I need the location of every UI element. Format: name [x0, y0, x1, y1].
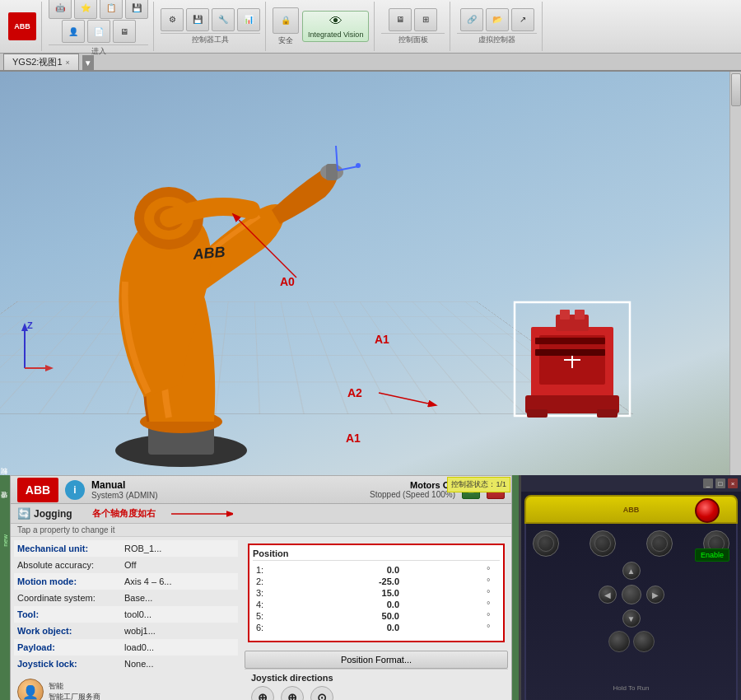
group-virt-ctrl-label: 虚拟控制器: [457, 33, 537, 45]
fp-dpad-down[interactable]: ▼: [622, 609, 641, 628]
pos-unit-4: °: [487, 600, 496, 609]
prop-val-joylock: None...: [124, 659, 153, 669]
integrated-vision-btn[interactable]: 👁 Integrated Vision: [302, 11, 369, 42]
prop-val-tool: tool0...: [124, 609, 151, 619]
backup-btn[interactable]: 💾: [125, 0, 148, 19]
config-editor-btn[interactable]: ⚙: [161, 8, 184, 31]
fp-enable-label: Enable: [695, 548, 729, 562]
svg-rect-6: [326, 164, 338, 180]
prop-row-coord[interactable]: Coordinate system: Base...: [14, 590, 238, 606]
fp-dpad-right[interactable]: ▶: [646, 586, 664, 604]
prop-val-abs: Off: [124, 560, 136, 570]
fp-yellow-top: ABB: [524, 495, 738, 524]
prop-row-tool[interactable]: Tool: tool0...: [14, 606, 238, 623]
annotation-a1-bottom-svg: A1: [342, 426, 408, 450]
joystick-icon-3[interactable]: ⊙: [310, 686, 333, 700]
save-params-btn[interactable]: 💾: [186, 8, 209, 31]
fp-dpad-up[interactable]: ▲: [622, 562, 641, 580]
add-controller-btn[interactable]: 🤖: [49, 0, 72, 19]
header-right: Motors On Stopped (Speed 100%): [370, 480, 455, 499]
user-avatar: 👤: [17, 679, 44, 700]
jogging-panel: ABB i Manual System3 (ADMIN) Motors On S…: [10, 475, 512, 700]
fp-small-btn-2[interactable]: [633, 631, 655, 652]
open-relation-btn[interactable]: 📂: [486, 8, 509, 31]
doc-mgmt-btn[interactable]: 📄: [87, 20, 110, 43]
fp-dpad-center[interactable]: [622, 585, 641, 604]
svg-marker-41: [45, 365, 54, 371]
prop-val-mech: ROB_1...: [124, 544, 161, 553]
left-strip-label-mgmt: 管理: [0, 500, 11, 506]
pos-val-6: 0.0: [358, 623, 399, 632]
fp-btn-2[interactable]: [590, 530, 616, 557]
fp-btn-1[interactable]: [533, 530, 559, 557]
position-area: Position 1: 0.0 ° 2: -25.0 ° 3: 15.0: [241, 537, 511, 700]
position-format-btn[interactable]: Position Format...: [245, 651, 508, 669]
props-and-position: Mechanical unit: ROB_1... Absolute accur…: [11, 537, 511, 700]
ctrl-panel-btn[interactable]: 🖥: [389, 8, 412, 31]
viewport-scrollbar[interactable]: [729, 72, 741, 475]
demo-btn[interactable]: 🖥: [113, 20, 136, 43]
system-label: System3 (ADMIN): [91, 491, 363, 500]
position-panel: Position 1: 0.0 ° 2: -25.0 ° 3: 15.0: [248, 544, 505, 642]
integrated-vision-icon: 👁: [329, 14, 343, 29]
fp-small-btn-1[interactable]: [608, 631, 630, 652]
red-object-svg: [510, 298, 634, 422]
prop-row-payload[interactable]: Payload: load0...: [14, 639, 238, 656]
pos-unit-2: °: [487, 576, 496, 586]
view-tab-label: YGS2:视图1: [12, 56, 63, 68]
prop-row-mech[interactable]: Mechanical unit: ROB_1...: [14, 540, 238, 557]
op-window-btn[interactable]: ⊞: [414, 8, 437, 31]
favorites-btn[interactable]: ⭐: [74, 0, 97, 19]
ctrl-status-badge: 控制器状态：1/1: [447, 477, 510, 492]
svg-text:A1: A1: [346, 432, 361, 445]
scrollbar-thumb[interactable]: [731, 73, 741, 106]
prop-val-motion: Axis 4 – 6...: [124, 576, 171, 586]
fp-minimize-btn[interactable]: _: [703, 478, 713, 488]
fp-dpad-left[interactable]: ◀: [599, 586, 617, 604]
integrated-vision-label: Integrated Vision: [308, 30, 363, 39]
bottom-panel: 控制 管理 new ABB i Manual System3 (ADMIN) M…: [0, 475, 741, 700]
svg-line-29: [239, 220, 296, 278]
pos-axis-2: 2:: [256, 576, 273, 586]
panel-header: ABB i Manual System3 (ADMIN) Motors On S…: [11, 476, 511, 504]
fp-close-btn[interactable]: ×: [728, 478, 738, 488]
pos-unit-6: °: [487, 623, 496, 632]
fp-restore-btn[interactable]: □: [715, 478, 725, 488]
pos-row-5: 5: 50.0 °: [253, 610, 500, 622]
properties-btn[interactable]: 📊: [237, 8, 260, 31]
prop-row-abs[interactable]: Absolute accuracy: Off: [14, 557, 238, 573]
pos-axis-1: 1:: [256, 565, 273, 575]
pos-row-2: 2: -25.0 °: [253, 576, 500, 587]
user-name: 智能工厂服务商: [49, 692, 100, 700]
tab-add-btn[interactable]: ▼: [82, 55, 94, 70]
jogging-label: Jogging: [34, 508, 72, 520]
transfer-btn[interactable]: ↗: [511, 8, 534, 31]
security-btn[interactable]: 🔒: [273, 7, 299, 34]
user-mgmt-btn[interactable]: 👤: [62, 20, 85, 43]
prop-key-tool: Tool:: [17, 609, 124, 619]
fp-btn-3[interactable]: [646, 530, 673, 557]
axis-indicator-svg: Z: [12, 319, 54, 376]
prop-key-motion: Motion mode:: [17, 576, 124, 586]
svg-rect-26: [597, 409, 618, 418]
events-btn[interactable]: 📋: [100, 0, 123, 19]
joystick-icon-1[interactable]: ⊕: [251, 686, 274, 700]
create-relation-btn[interactable]: 🔗: [460, 8, 483, 31]
view-tab[interactable]: YGS2:视图1 ×: [3, 54, 79, 70]
pos-val-2: -25.0: [358, 576, 399, 586]
joystick-icon-2[interactable]: ⊕: [281, 686, 304, 700]
prop-row-wobj[interactable]: Work object: wobj1...: [14, 623, 238, 639]
view-tab-close[interactable]: ×: [66, 58, 70, 67]
robot-arm-svg: ABB: [16, 121, 362, 475]
info-icon[interactable]: i: [65, 480, 85, 500]
prop-row-motion[interactable]: Motion mode: Axis 4 – 6...: [14, 573, 238, 590]
viewport-3d[interactable]: ABB A0: [0, 72, 741, 475]
group-ctrl-panel-label: 控制面板: [381, 33, 445, 45]
toolbar-group-enter: 🤖 ⭐ 📋 💾 👤 📄 🖥 进入: [44, 2, 154, 51]
toolbar-group-virtual-ctrl: 🔗 📂 ↗ 虚拟控制器: [452, 2, 543, 51]
prop-row-joylock[interactable]: Joystick lock: None...: [14, 656, 238, 672]
fp-emergency-stop[interactable]: [695, 498, 720, 523]
pos-unit-5: °: [487, 611, 496, 621]
sys-gen-btn[interactable]: 🔧: [212, 8, 235, 31]
pos-unit-3: °: [487, 588, 496, 598]
